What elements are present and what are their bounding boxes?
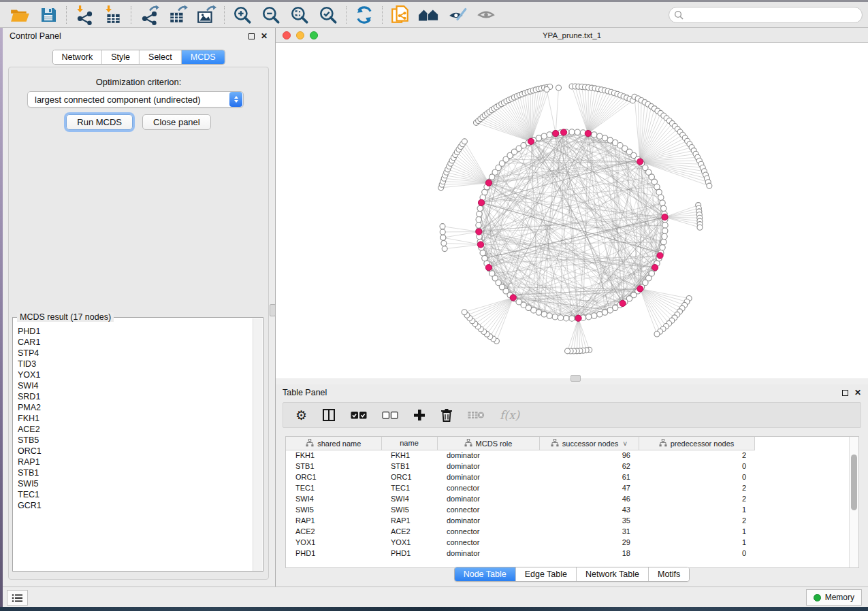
control-panel: Control Panel ✕ NetworkStyleSelectMCDS O… — [3, 28, 274, 587]
optimization-criterion-label: Optimization criterion: — [3, 77, 274, 87]
tab-network[interactable]: Network — [52, 50, 101, 64]
table-row[interactable]: ORC1ORC1dominator610 — [286, 472, 754, 482]
table-cell: 1 — [639, 526, 754, 537]
float-table-panel-icon[interactable] — [842, 390, 848, 396]
table-row[interactable]: FKH1FKH1dominator962 — [286, 450, 754, 461]
zoom-fit-icon[interactable] — [285, 4, 314, 26]
delete-columns-icon[interactable] — [440, 408, 453, 422]
table-row[interactable]: TEC1TEC1connector472 — [286, 482, 754, 493]
table-cell: 0 — [639, 461, 754, 472]
mcds-node-item[interactable]: TID3 — [18, 359, 253, 369]
mcds-node-item[interactable]: STP4 — [18, 348, 253, 359]
table-cell: 2 — [639, 482, 754, 493]
mcds-node-item[interactable]: TEC1 — [18, 489, 253, 500]
table-scrollbar[interactable] — [849, 437, 858, 567]
mcds-node-item[interactable]: FKH1 — [18, 413, 253, 424]
add-column-icon[interactable] — [413, 409, 425, 421]
mcds-node-item[interactable]: STB5 — [18, 435, 253, 446]
mcds-result-list: PHD1CAR1STP4TID3YOX1SWI4SRD1PMA2FKH1ACE2… — [14, 325, 253, 571]
mcds-node-item[interactable]: GCR1 — [18, 500, 253, 511]
export-table-icon[interactable] — [163, 4, 192, 26]
mcds-node-item[interactable]: ACE2 — [18, 424, 253, 435]
close-table-panel-icon[interactable]: ✕ — [854, 389, 861, 397]
float-panel-icon[interactable] — [248, 33, 255, 39]
select-all-columns-icon[interactable] — [351, 411, 367, 420]
show-log-button[interactable] — [7, 590, 28, 606]
tab-select[interactable]: Select — [139, 50, 181, 64]
optimization-criterion-select[interactable]: largest connected component (undirected) — [27, 91, 244, 108]
table-cell: TEC1 — [286, 482, 381, 493]
mcds-list-scrollbar[interactable] — [253, 318, 262, 571]
mcds-node-item[interactable]: SWI5 — [18, 478, 253, 489]
export-image-icon[interactable] — [192, 4, 221, 26]
table-cell: connector — [437, 537, 539, 548]
tab-node-table[interactable]: Node Table — [455, 567, 515, 581]
table-row[interactable]: RAP1RAP1dominator352 — [286, 515, 754, 526]
tab-mcds[interactable]: MCDS — [181, 50, 225, 64]
tab-style[interactable]: Style — [101, 50, 139, 64]
network-canvas[interactable] — [276, 43, 868, 378]
home-view-icon[interactable] — [415, 4, 443, 26]
toolbar-separator — [382, 6, 383, 24]
export-network-icon[interactable] — [135, 4, 163, 26]
table-row[interactable]: YOX1YOX1connector291 — [286, 537, 754, 548]
function-builder-icon: f(x) — [500, 408, 519, 422]
panel-divider-handle[interactable] — [270, 304, 276, 316]
hide-graphics-icon[interactable] — [443, 4, 472, 26]
toolbar-separator — [346, 6, 347, 24]
table-settings-icon[interactable]: ⚙ — [295, 409, 307, 422]
column-header[interactable]: predecessor nodes — [639, 437, 754, 450]
table-panel-title: Table Panel — [283, 388, 327, 397]
memory-button[interactable]: Memory — [806, 589, 862, 606]
network-view-window: YPA_prune.txt_1 — [276, 28, 868, 378]
save-session-icon[interactable] — [34, 4, 63, 26]
mcds-node-item[interactable]: SRD1 — [18, 391, 253, 402]
network-titlebar[interactable]: YPA_prune.txt_1 — [276, 28, 868, 43]
table-cell: 46 — [539, 493, 639, 504]
import-table-icon[interactable] — [99, 4, 127, 26]
open-session-icon[interactable] — [5, 4, 34, 26]
run-mcds-button[interactable]: Run MCDS — [66, 114, 133, 130]
table-row[interactable]: ACE2ACE2connector311 — [286, 526, 754, 537]
deselect-all-columns-icon[interactable] — [382, 411, 398, 420]
mcds-result-group: MCDS result (17 nodes) PHD1CAR1STP4TID3Y… — [12, 317, 263, 572]
table-row[interactable]: STB1STB1dominator620 — [286, 461, 754, 472]
show-graphics-icon[interactable] — [472, 4, 500, 26]
split-view-icon[interactable] — [322, 408, 336, 422]
clone-network-icon[interactable] — [386, 4, 415, 26]
mcds-node-item[interactable]: ORC1 — [18, 446, 253, 457]
tab-edge-table[interactable]: Edge Table — [515, 567, 576, 581]
mcds-node-item[interactable]: CAR1 — [18, 337, 253, 348]
column-header[interactable]: shared name — [286, 437, 381, 450]
zoom-out-icon[interactable] — [257, 4, 285, 26]
close-panel-button[interactable]: Close panel — [142, 114, 211, 130]
mcds-node-item[interactable]: STB1 — [18, 467, 253, 478]
table-scrollbar-thumb[interactable] — [851, 455, 857, 510]
table-row[interactable]: SWI5SWI5connector431 — [286, 504, 754, 515]
table-cell: 47 — [539, 482, 639, 493]
column-header[interactable]: MCDS role — [437, 437, 539, 450]
table-cell: 61 — [539, 472, 639, 482]
zoom-in-icon[interactable] — [228, 4, 257, 26]
zoom-selected-icon[interactable] — [314, 4, 342, 26]
column-header[interactable]: successor nodes˅ — [539, 437, 639, 450]
selected-option-label: largest connected component (undirected) — [28, 95, 229, 105]
horizontal-divider-handle[interactable] — [570, 375, 581, 382]
mcds-node-item[interactable]: RAP1 — [18, 457, 253, 467]
column-header[interactable]: name — [381, 437, 437, 450]
table-row[interactable]: PHD1PHD1dominator180 — [286, 548, 754, 559]
mcds-node-item[interactable]: PHD1 — [18, 326, 253, 337]
table-row[interactable]: SWI4SWI4dominator462 — [286, 493, 754, 504]
table-cell: STB1 — [381, 461, 437, 472]
mcds-node-item[interactable]: PMA2 — [18, 402, 253, 413]
tab-network-table[interactable]: Network Table — [576, 567, 648, 581]
network-window-title: YPA_prune.txt_1 — [276, 31, 868, 39]
import-network-icon[interactable] — [70, 4, 99, 26]
tab-motifs[interactable]: Motifs — [648, 567, 689, 581]
node-table-body: FKH1FKH1dominator962STB1STB1dominator620… — [286, 450, 754, 559]
search-input[interactable] — [669, 7, 863, 23]
refresh-icon[interactable] — [350, 4, 379, 26]
close-panel-icon[interactable]: ✕ — [261, 32, 268, 40]
mcds-node-item[interactable]: SWI4 — [18, 380, 253, 391]
mcds-node-item[interactable]: YOX1 — [18, 369, 253, 380]
